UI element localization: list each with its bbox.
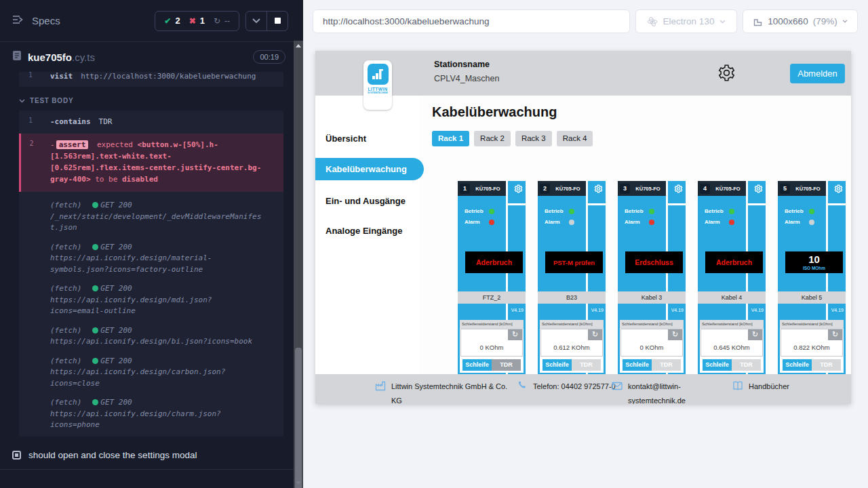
betrieb-led-green [649, 209, 654, 214]
reporter-scrollbar[interactable] [294, 0, 303, 488]
refresh-button[interactable]: ↻ [588, 329, 602, 340]
betrieb-led-green [729, 209, 734, 214]
cable-name: Kabel 5 [778, 291, 846, 304]
refresh-button[interactable]: ↻ [508, 329, 522, 340]
tdr-button-disabled[interactable]: TDR [652, 359, 681, 371]
app-header: Stationsname CPLV4_Maschen Abmelden [315, 51, 851, 96]
browser-selector[interactable]: Electron 130 [635, 9, 737, 33]
network-log-row[interactable]: (fetch)GET 200https://api.iconify.design… [19, 356, 283, 390]
tdr-button-disabled[interactable]: TDR [572, 359, 601, 371]
footer-email[interactable]: kontakt@littwin-systemtechnik.de [612, 380, 696, 404]
command-row-visit[interactable]: 1 visithttp://localhost:3000/kabelueberw… [19, 72, 283, 87]
status-message: Aderbruch [716, 258, 752, 266]
viewport-selector[interactable]: 1000x660 (79%) [743, 9, 858, 33]
network-log-row[interactable]: (fetch)GET 200https://api.iconify.design… [19, 397, 283, 431]
firmware-version: V4.19 [751, 308, 764, 312]
measurement-box: ↻ 0 KOhm [620, 329, 683, 357]
test-body-section-header[interactable]: TEST BODY [19, 97, 294, 104]
command-number: 1 [19, 72, 42, 84]
command-number: 2 [21, 137, 42, 187]
scrollbar-track[interactable] [294, 41, 303, 488]
command-name: -contains [50, 117, 91, 126]
measurement-box: ↻ 0 KOhm [460, 329, 523, 357]
card-gear-icon[interactable] [514, 184, 523, 196]
footer-company[interactable]: Littwin Systemtechnik GmbH & Co. KG [375, 380, 510, 404]
firmware-version: V4.19 [591, 308, 604, 312]
scrollbar-thumb[interactable] [295, 348, 302, 488]
sidebar-item-uebersicht[interactable]: Übersicht [326, 134, 366, 144]
fetch-status: GET 200 [100, 201, 132, 209]
refresh-button[interactable]: ↻ [668, 329, 682, 340]
sidebar-item-kabelueberwachung-active[interactable]: Kabelüberwachung [315, 158, 424, 180]
schleife-button[interactable]: Schleife [783, 359, 812, 371]
email-icon [612, 380, 623, 404]
command-url: http://localhost:3000/kabelueberwachung [81, 72, 256, 81]
schleife-button[interactable]: Schleife [703, 359, 732, 371]
rack-tabs: Rack 1 Rack 2 Rack 3 Rack 4 [432, 131, 593, 146]
tdr-button-disabled[interactable]: TDR [812, 359, 841, 371]
refresh-button[interactable]: ↻ [748, 329, 762, 340]
settings-gear-icon[interactable] [717, 64, 736, 85]
status-ok-dot [92, 358, 98, 364]
schleife-button[interactable]: Schleife [542, 359, 572, 371]
alarm-label: Alarm [785, 219, 804, 225]
logo-subtext: SYSTEMTECHNIK [363, 92, 392, 94]
card-buttons: Schleife TDR [623, 359, 681, 371]
measurement-panel: Schleifenwiderstand [kOhm] ↻ 0.612 KOhm … [540, 320, 604, 373]
card-device-title: KÜ705-FO [790, 186, 826, 192]
network-log-row[interactable]: (fetch)GET 200https://api.iconify.design… [19, 242, 283, 276]
card-buttons: Schleife TDR [542, 359, 601, 371]
card-gear-icon[interactable] [754, 184, 763, 196]
fetch-status: GET 200 [100, 357, 132, 365]
browser-name: Electron 130 [663, 16, 715, 26]
command-row-assert-failed[interactable]: 2 -assert expected <button.w-[50%].h-[1.… [19, 134, 283, 192]
tab-rack-2[interactable]: Rack 2 [474, 131, 511, 146]
tdr-button[interactable]: TDR [492, 359, 521, 371]
sidebar-item-ein-und-ausgaenge[interactable]: Ein- und Ausgänge [326, 196, 406, 206]
iso-unit: ISO MOhm [803, 266, 825, 270]
tab-rack-1[interactable]: Rack 1 [432, 131, 469, 146]
stat-passed: ✔2 [164, 16, 180, 26]
spec-file-row[interactable]: kue705fo.cy.ts 00:19 [0, 42, 294, 72]
littwin-logo-icon [368, 64, 389, 85]
url-input[interactable]: http://localhost:3000/kabelueberwachung [313, 9, 630, 33]
station-info: Stationsname CPLV4_Maschen [434, 60, 499, 83]
network-log-row[interactable]: (fetch)GET 200https://api.iconify.design… [19, 283, 283, 317]
stop-button[interactable] [267, 12, 288, 30]
card-header: 2 KÜ705-FO [538, 181, 586, 196]
tab-rack-3[interactable]: Rack 3 [515, 131, 552, 146]
chevron-down-icon [842, 20, 848, 23]
specs-menu-icon[interactable] [12, 15, 24, 27]
sidebar-item-analoge-eingaenge[interactable]: Analoge Eingänge [326, 226, 402, 236]
logout-button[interactable]: Abmelden [790, 64, 845, 83]
app-main-content: Kabelüberwachung Rack 1 Rack 2 Rack 3 Ra… [419, 96, 851, 404]
queued-test-row[interactable]: should open and close the settings modal [0, 436, 294, 469]
network-log-row[interactable]: (fetch)GET 200/_next/static/development/… [19, 200, 283, 234]
card-gear-icon[interactable] [594, 184, 603, 196]
network-log-row[interactable]: (fetch)GET 200https://api.iconify.design… [19, 325, 283, 348]
footer-manuals[interactable]: Handbücher [732, 380, 789, 394]
viewport-size: 1000x660 [768, 16, 808, 26]
scroll-up-arrow-icon[interactable] [296, 44, 301, 47]
footer-phone[interactable]: Telefon: 04402 972577-0 [517, 380, 618, 394]
tdr-button-disabled[interactable]: TDR [732, 359, 761, 371]
refresh-button[interactable]: ↻ [828, 329, 842, 340]
schleife-button[interactable]: Schleife [462, 359, 492, 371]
measurement-value: 0.612 KOhm [541, 344, 602, 351]
card-header: 4 KÜ705-FO [698, 181, 746, 196]
fetch-url: https://api.iconify.design/bi.json?icons… [50, 337, 252, 346]
scroll-down-arrow-icon[interactable] [296, 481, 301, 485]
command-row-contains[interactable]: 1 -containsTDR [19, 114, 283, 129]
collapse-chevron-button[interactable] [246, 12, 267, 30]
card-gear-icon[interactable] [834, 184, 843, 196]
card-header: 5 KÜ705-FO [778, 181, 826, 196]
measurement-box: ↻ 0.822 KOhm [781, 329, 843, 357]
schleife-button[interactable]: Schleife [623, 359, 652, 371]
measurement-panel: Schleifenwiderstand [kOhm] ↻ 0.645 KOhm … [700, 320, 764, 373]
tab-rack-4[interactable]: Rack 4 [557, 131, 593, 146]
card-gear-icon[interactable] [674, 184, 683, 196]
measurement-label: Schleifenwiderstand [kOhm] [700, 320, 764, 329]
stat-failed: ✖1 [189, 16, 205, 26]
station-label: Stationsname [434, 60, 499, 69]
test-stats[interactable]: ✔2 ✖1 ↻-- [155, 11, 239, 31]
